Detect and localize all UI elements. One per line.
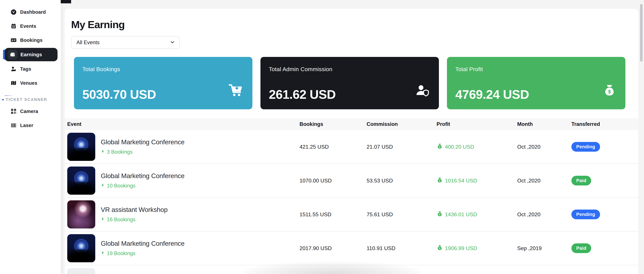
month-cell: Oct ,2020: [517, 211, 572, 218]
stat-value: 5030.70 USD: [82, 87, 156, 102]
wallet-icon: [8, 50, 18, 59]
ticket-scanner-section: Ticket Scanner: [0, 95, 61, 133]
stat-cards: Total Bookings 5030.70 USD Total Admin C…: [74, 57, 626, 109]
event-bookings-count: 16 Bookings: [107, 217, 136, 223]
event-filter-value: All Events: [76, 39, 100, 45]
event-thumbnail: [67, 234, 95, 262]
sidebar-item-label: Camera: [20, 109, 38, 114]
event-cell: VR assistant Workshop 16 Bookings: [67, 200, 300, 229]
stat-card-total-profit: Total Profit 4769.24 USD $: [447, 57, 626, 109]
profit-value: 1436.01 USD: [445, 211, 477, 218]
profit-value: 1016.54 USD: [445, 178, 477, 184]
sidebar-item-earnings[interactable]: Earnings: [5, 48, 58, 61]
sack-dollar-icon: $: [602, 83, 616, 98]
svg-text:$: $: [439, 179, 440, 182]
event-cell: Global Marketing Conference 19 Bookings: [67, 234, 300, 262]
svg-text:$: $: [439, 213, 440, 216]
table-header: Event Bookings Commission Profit Month T…: [65, 118, 638, 130]
transferred-cell: Paid: [572, 243, 638, 253]
top-bar-fragment: [61, 0, 71, 3]
status-badge: Pending: [572, 142, 600, 152]
sidebar-item-events[interactable]: Events: [0, 19, 61, 33]
stat-value: 261.62 USD: [269, 87, 336, 102]
money-check-icon: $: [10, 36, 18, 44]
month-cell: Sep ,2019: [517, 245, 572, 251]
svg-text:$: $: [439, 247, 440, 250]
commission-cell: 110.91 USD: [366, 245, 436, 251]
profit-cell: $ 1016.54 USD: [436, 176, 517, 185]
stat-card-total-bookings: Total Bookings 5030.70 USD: [74, 57, 252, 109]
table-row: Global Marketing Conference 3 Bookings 4…: [65, 130, 638, 164]
sidebar-item-camera[interactable]: Camera: [0, 104, 61, 118]
bookings-cell: 2017.90 USD: [300, 245, 366, 251]
sidebar-item-label: Venues: [20, 80, 38, 86]
calendar-icon: [10, 22, 18, 30]
vertical-scrollbar-thumb[interactable]: [640, 4, 643, 62]
event-filter-select[interactable]: All Events: [71, 36, 180, 49]
event-bookings-meta: 3 Bookings: [101, 149, 184, 155]
bolt-icon: [101, 216, 105, 223]
sidebar-item-dashboard[interactable]: Dashboard: [0, 5, 61, 19]
table-row: Global Marketing Conference 10 Bookings …: [65, 164, 638, 198]
sidebar-item-laser[interactable]: Laser: [0, 118, 61, 133]
user-shield-icon: [414, 83, 430, 98]
event-bookings-count: 10 Bookings: [107, 183, 136, 189]
month-cell: Oct ,2020: [517, 178, 572, 184]
sidebar-item-label: Events: [20, 23, 36, 29]
event-bookings-count: 19 Bookings: [107, 250, 136, 257]
event-cell: Global Marketing Conference 3 Bookings: [67, 133, 300, 161]
event-thumbnail: [67, 133, 95, 161]
chevron-down-icon: [170, 39, 175, 45]
transferred-cell: Paid: [572, 176, 638, 185]
svg-text:$: $: [608, 89, 611, 94]
sidebar-nav: Dashboard: [0, 0, 61, 133]
content-card: My Earning All Events Total Bookings 503…: [65, 9, 638, 274]
event-bookings-meta: 19 Bookings: [101, 250, 184, 257]
status-badge: Paid: [572, 176, 591, 185]
sidebar-item-tags[interactable]: Tags: [0, 62, 61, 76]
bolt-icon: [101, 250, 105, 257]
sidebar-item-bookings[interactable]: $ Bookings: [0, 33, 61, 47]
bookings-cell: 1511.55 USD: [300, 211, 366, 218]
transferred-cell: Pending: [572, 210, 638, 219]
month-cell: Oct ,2020: [517, 144, 572, 150]
table-row: VR assistant Workshop 16 Bookings 1511.5…: [65, 198, 638, 232]
event-bookings-count: 3 Bookings: [107, 149, 132, 155]
gauge-icon: [10, 8, 18, 16]
sidebar: Dashboard: [0, 0, 61, 274]
section-label: Ticket Scanner: [6, 97, 47, 102]
event-title: Global Marketing Conference: [101, 172, 184, 180]
bookings-cell: 1070.00 USD: [300, 178, 366, 184]
sidebar-item-label: Dashboard: [20, 9, 46, 15]
user-tag-icon: [10, 65, 18, 73]
event-thumbnail: [67, 268, 95, 274]
sidebar-item-venues[interactable]: Venues: [0, 76, 61, 90]
event-cell: Global Marketing Conference 10 Bookings: [67, 166, 300, 195]
sidebar-item-label: Bookings: [20, 37, 42, 43]
sidebar-item-label: Laser: [20, 123, 33, 128]
event-title: Global Marketing Conference: [101, 138, 184, 146]
table-row: $: [65, 265, 638, 274]
sack-dollar-icon: $: [436, 142, 443, 151]
profit-value: 400.20 USD: [445, 144, 474, 150]
event-cell: [67, 268, 300, 274]
status-badge: Pending: [572, 210, 600, 219]
sack-dollar-icon: $: [436, 210, 443, 219]
status-badge: Paid: [572, 243, 591, 253]
section-divider: [5, 95, 14, 96]
profit-cell: $ 1436.01 USD: [436, 210, 517, 219]
column-header-month: Month: [517, 121, 572, 127]
column-header-bookings: Bookings: [300, 121, 366, 127]
profit-cell: $ 1906.99 USD: [436, 244, 517, 252]
event-bookings-meta: 16 Bookings: [101, 216, 168, 223]
column-header-event: Event: [67, 121, 300, 127]
table-row: Global Marketing Conference 19 Bookings …: [65, 232, 638, 265]
map-icon: [10, 79, 18, 87]
table-body: Global Marketing Conference 3 Bookings 4…: [65, 130, 638, 274]
bolt-icon: [101, 183, 105, 189]
column-header-commission: Commission: [366, 121, 436, 127]
column-header-transferred: Transferred: [572, 121, 638, 127]
section-bullet-icon: [2, 99, 4, 100]
sidebar-item-label: Tags: [20, 66, 31, 72]
stat-value: 4769.24 USD: [455, 87, 529, 102]
